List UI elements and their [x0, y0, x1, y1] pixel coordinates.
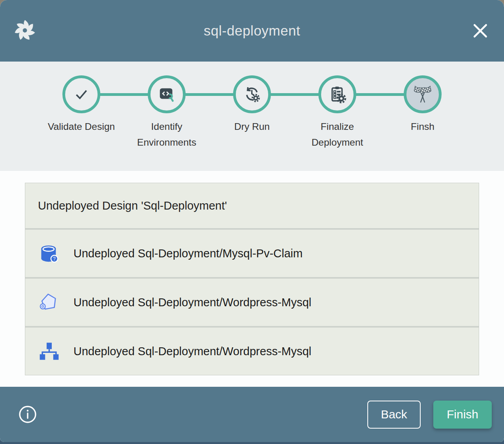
step-label: Validate Design	[48, 119, 115, 135]
results-header-row: Undeployed Design 'Sql-Deployment'	[25, 183, 479, 228]
step-circle	[318, 75, 356, 113]
result-row: ? Undeployed Sql-Deployment/Mysql-Pv-Cla…	[25, 230, 479, 277]
step-label: Dry Run	[234, 119, 270, 135]
clipboard-checklist-gear-icon	[328, 85, 346, 103]
finish-button[interactable]: Finish	[433, 401, 492, 429]
step-circle	[148, 75, 186, 113]
step-label: Finalize Deployment	[303, 119, 371, 150]
result-row: Undeployed Sql-Deployment/Wordpress-Mysq…	[25, 279, 479, 326]
close-icon	[471, 22, 489, 40]
stepper: Validate Design	[39, 75, 465, 150]
deployment-wizard-dialog: sql-deployment Validate Desi	[0, 0, 504, 442]
checkmark-icon	[72, 85, 90, 103]
pentagon-node-icon	[39, 292, 59, 313]
step-identify-environments[interactable]: Identify Environments	[124, 75, 209, 150]
hierarchy-tree-icon	[39, 341, 59, 362]
footer-actions: Back Finish	[367, 401, 492, 429]
result-row: Undeployed Sql-Deployment/Wordpress-Mysq…	[25, 328, 479, 375]
close-button[interactable]	[470, 21, 491, 41]
svg-text:?: ?	[53, 256, 56, 262]
step-validate-design[interactable]: Validate Design	[39, 75, 124, 150]
checkered-flags-icon	[412, 84, 433, 105]
sync-clock-gear-icon	[243, 85, 261, 103]
footer-bar: Back Finish	[0, 387, 504, 442]
back-button[interactable]: Back	[367, 401, 421, 429]
stepper-section: Validate Design	[0, 62, 504, 171]
step-label: Finsh	[411, 119, 434, 135]
step-circle	[404, 75, 442, 113]
info-button[interactable]	[18, 405, 37, 424]
result-text: Undeployed Sql-Deployment/Mysql-Pv-Claim	[73, 247, 303, 260]
step-finish[interactable]: Finsh	[380, 75, 465, 150]
results-content: Undeployed Design 'Sql-Deployment' ? Und…	[0, 171, 504, 387]
undeploy-results-panel: Undeployed Design 'Sql-Deployment' ? Und…	[25, 183, 479, 375]
result-text: Undeployed Sql-Deployment/Wordpress-Mysq…	[73, 345, 311, 358]
info-circle-icon	[18, 405, 37, 424]
step-circle	[233, 75, 271, 113]
result-text: Undeployed Sql-Deployment/Wordpress-Mysq…	[73, 296, 311, 309]
step-circle	[62, 75, 100, 113]
results-header-text: Undeployed Design 'Sql-Deployment'	[38, 199, 227, 212]
step-label: Identify Environments	[133, 119, 201, 150]
dialog-title: sql-deployment	[0, 23, 504, 39]
step-finalize-deployment[interactable]: Finalize Deployment	[295, 75, 380, 150]
step-dry-run[interactable]: Dry Run	[209, 75, 295, 150]
code-window-wrench-icon	[158, 85, 176, 103]
titlebar: sql-deployment	[0, 0, 504, 62]
database-question-icon: ?	[39, 243, 59, 264]
